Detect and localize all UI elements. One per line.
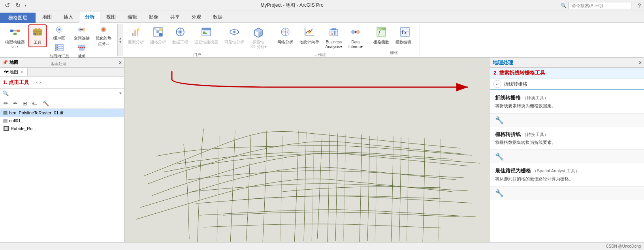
spatial-join-button[interactable]: 空间连接: [72, 24, 92, 42]
undo-button[interactable]: ↺: [3, 1, 11, 10]
layer-item-1[interactable]: ▤ hen_PolylineToRaster_01.tif: [0, 109, 124, 117]
wrench-icon-2: 🔧: [495, 152, 504, 161]
right-panel-close[interactable]: ×: [639, 60, 642, 65]
data-engineering-button[interactable]: 数据工程: [169, 24, 191, 47]
svg-rect-20: [56, 49, 58, 50]
business-analysis-label: BusinessAnalysis▾: [326, 40, 342, 49]
tab-insert[interactable]: 插入: [58, 11, 79, 23]
command-search-area: 🔍: [557, 1, 635, 10]
clip-button[interactable]: 裁剪: [72, 43, 92, 60]
tab-edit[interactable]: 编辑: [122, 11, 143, 23]
visibility-button[interactable]: 可见性分析: [222, 24, 247, 47]
tool-result-1-desc: 将折线要素转换为栅格数据集。: [495, 103, 639, 109]
tool-result-1-type: （转换工具）: [522, 95, 548, 100]
svg-rect-19: [56, 47, 58, 48]
tab-image[interactable]: 影像: [143, 11, 164, 23]
layer-search-input[interactable]: [10, 91, 119, 96]
tool-result-2-type: （转换工具）: [522, 132, 548, 137]
layer-item-2[interactable]: ▤ null01_: [0, 117, 124, 125]
tab-map-view[interactable]: 🗺 地图 ×: [0, 68, 28, 76]
hammer-tool[interactable]: 🔨: [41, 100, 50, 107]
ribbon-scroll-up[interactable]: ▲▼: [117, 24, 123, 56]
summary-button[interactable]: 范围内汇总: [47, 43, 71, 60]
map-tab-icon: 🗺: [4, 70, 8, 75]
raster-analysis-button[interactable]: 栅格分析: [147, 24, 169, 47]
stats-direction-label: 地统计向导: [299, 40, 319, 45]
pen-tool[interactable]: ✒: [12, 100, 19, 107]
layer-name-3: Rubble_Ro...: [11, 126, 36, 131]
right-panel-titlebar: 地理处理 ×: [490, 58, 644, 68]
buffer-label: 缓冲区: [53, 35, 65, 41]
data-interop-button[interactable]: DataInterop▾: [346, 24, 365, 51]
svg-rect-44: [202, 28, 211, 30]
help-button[interactable]: ?: [638, 2, 641, 9]
geo-search-bar: ←: [490, 78, 644, 90]
stats-direction-icon: [304, 26, 315, 39]
svg-rect-28: [134, 30, 136, 36]
layer-icon-1: ▤: [3, 110, 8, 116]
function-editor-button[interactable]: fx 函数编辑...: [393, 24, 417, 47]
suitability-icon: [201, 26, 212, 39]
tool-icon-row-2: 🔧: [490, 150, 644, 163]
bottom-bar: CSDN @UncoDong: [0, 242, 644, 250]
function-editor-label: 函数编辑...: [395, 40, 414, 45]
buffer-button[interactable]: 缓冲区: [47, 24, 71, 42]
raster-functions-icon: 𝑓: [376, 26, 387, 39]
spatial-join-icon: [77, 26, 87, 35]
geo-search-input[interactable]: [504, 81, 641, 87]
left-panel-title: 📌: [2, 60, 8, 65]
redo-button[interactable]: ↻: [14, 1, 22, 10]
model-builder-button[interactable]: 模型构建器 on ▾: [2, 24, 28, 51]
tool-result-2-desc: 将栅格数据集转换为折线要素。: [495, 139, 639, 146]
visibility-icon: [229, 26, 240, 39]
hotspot-button[interactable]: 优化的热点分...: [92, 24, 115, 48]
suitability-button[interactable]: 适宜性建模器: [192, 24, 221, 47]
tab-analysis[interactable]: 分析: [79, 11, 100, 23]
layer-item-3[interactable]: 🔲 Rubble_Ro...: [0, 125, 124, 132]
tab-view[interactable]: 视图: [100, 11, 122, 23]
attribution-text: CSDN @UncoDong: [606, 244, 641, 248]
tag-tool[interactable]: 🏷: [31, 100, 39, 107]
svg-rect-7: [38, 28, 40, 30]
business-analysis-button[interactable]: BusinessAnalysis▾: [323, 24, 345, 51]
model-builder-icon: [9, 26, 21, 39]
geo-back-button[interactable]: ←: [493, 80, 501, 88]
tool-result-3-title: 最佳路径为栅格 （Spatial Analyst 工具）: [495, 167, 639, 174]
exploratory-3d-label: 探索性3D 分析▾: [250, 40, 267, 49]
tab-appearance[interactable]: 外观: [186, 11, 207, 23]
search-expand[interactable]: ▾: [119, 91, 122, 96]
edit-tool[interactable]: ✏: [2, 100, 9, 107]
layer-icon-3: 🔲: [3, 126, 9, 131]
svg-rect-46: [203, 33, 207, 34]
tools-button[interactable]: 工具: [28, 24, 47, 47]
layer-name-2: null01_: [9, 118, 23, 123]
element-analysis-button[interactable]: 要素分析: [125, 24, 147, 47]
data-interop-label: DataInterop▾: [348, 40, 363, 49]
element-analysis-icon: [130, 26, 141, 39]
tab-data[interactable]: 数据: [207, 11, 228, 23]
map-area[interactable]: [124, 58, 490, 242]
exploratory-3d-button[interactable]: 探索性3D 分析▾: [248, 24, 269, 51]
tab-map[interactable]: 地图: [36, 11, 58, 23]
tool-result-1-title: 折线转栅格 （转换工具）: [495, 94, 639, 101]
visibility-label: 可见性分析: [224, 40, 244, 45]
svg-rect-66: [331, 33, 333, 35]
command-search-input[interactable]: [568, 2, 631, 9]
tool-result-raster-to-polyline[interactable]: 栅格转折线 （转换工具） 将栅格数据集转换为折线要素。: [490, 127, 644, 150]
tab-share[interactable]: 共享: [164, 11, 186, 23]
ribbon-group-workflow: 网络分析 地统计向导: [272, 24, 368, 56]
left-panel-close[interactable]: ×: [119, 60, 122, 65]
tab-raster-layer[interactable]: 栅格图层: [0, 13, 36, 23]
grid-tool[interactable]: ⊞: [21, 100, 28, 107]
tool-result-best-path[interactable]: 最佳路径为栅格 （Spatial Analyst 工具） 将从源到目的地的最佳路…: [490, 163, 644, 187]
tool-result-polyline-to-raster[interactable]: 折线转栅格 （转换工具） 将折线要素转换为栅格数据集。: [490, 90, 644, 114]
map-tab-close[interactable]: ×: [21, 70, 23, 74]
step2-label: 2. 搜索折线转栅格工具: [493, 70, 545, 76]
exploratory-3d-icon: [253, 26, 264, 39]
network-analysis-button[interactable]: 网络分析: [275, 24, 296, 47]
stats-direction-button[interactable]: 地统计向导: [297, 24, 322, 47]
geoprocessing-group-label: 地理处理: [51, 60, 66, 67]
tool-result-2-title: 栅格转折线 （转换工具）: [495, 131, 639, 138]
raster-functions-button[interactable]: 𝑓 栅格函数: [371, 24, 392, 47]
model-builder-sublabel: on ▾: [11, 45, 19, 49]
